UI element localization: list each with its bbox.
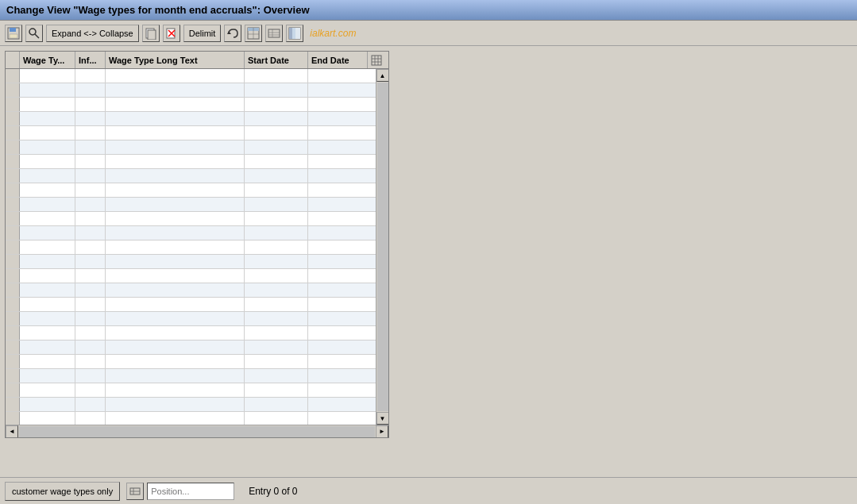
table-row[interactable] (6, 312, 376, 326)
cell-startdate[interactable] (245, 326, 308, 340)
cell-startdate[interactable] (245, 98, 308, 111)
cell-enddate[interactable] (308, 298, 368, 311)
table-row[interactable] (6, 126, 376, 140)
cell-longtext[interactable] (106, 255, 245, 268)
cell-wagety[interactable] (20, 98, 75, 111)
scroll-down-button[interactable]: ▼ (376, 412, 389, 425)
cell-enddate[interactable] (308, 112, 368, 125)
cell-longtext[interactable] (106, 183, 245, 197)
position-input[interactable] (147, 483, 234, 500)
table-view-2-button[interactable] (265, 25, 283, 42)
cell-enddate[interactable] (308, 69, 368, 83)
cell-longtext[interactable] (106, 155, 245, 168)
cell-enddate[interactable] (308, 226, 368, 240)
copy-row-button[interactable] (142, 25, 160, 42)
cell-wagety[interactable] (20, 383, 75, 397)
cell-startdate[interactable] (245, 369, 308, 383)
cell-startdate[interactable] (245, 212, 308, 225)
cell-wagety[interactable] (20, 412, 75, 425)
cell-enddate[interactable] (308, 340, 368, 354)
cell-inf[interactable] (75, 140, 106, 154)
table-row[interactable] (6, 226, 376, 240)
table-row[interactable] (6, 69, 376, 83)
cell-startdate[interactable] (245, 383, 308, 397)
cell-inf[interactable] (75, 169, 106, 183)
col-header-inf[interactable]: Inf... (75, 52, 106, 68)
cell-startdate[interactable] (245, 412, 308, 425)
cell-inf[interactable] (75, 155, 106, 168)
cell-longtext[interactable] (106, 140, 245, 154)
cell-longtext[interactable] (106, 169, 245, 183)
cell-startdate[interactable] (245, 240, 308, 254)
cell-enddate[interactable] (308, 169, 368, 183)
col-header-wagety[interactable]: Wage Ty... (20, 52, 75, 68)
cell-wagety[interactable] (20, 240, 75, 254)
cell-inf[interactable] (75, 369, 106, 383)
col-header-startdate[interactable]: Start Date (245, 52, 308, 68)
cell-enddate[interactable] (308, 183, 368, 197)
cell-enddate[interactable] (308, 126, 368, 140)
cell-inf[interactable] (75, 212, 106, 225)
h-scroll-track[interactable] (19, 426, 375, 437)
cell-wagety[interactable] (20, 198, 75, 211)
cell-startdate[interactable] (245, 226, 308, 240)
cell-wagety[interactable] (20, 398, 75, 411)
table-row[interactable] (6, 112, 376, 126)
cell-startdate[interactable] (245, 140, 308, 154)
table-row[interactable] (6, 283, 376, 298)
cell-enddate[interactable] (308, 240, 368, 254)
cell-startdate[interactable] (245, 183, 308, 197)
cell-inf[interactable] (75, 283, 106, 297)
table-row[interactable] (6, 340, 376, 355)
cell-longtext[interactable] (106, 269, 245, 283)
cell-startdate[interactable] (245, 112, 308, 125)
cell-enddate[interactable] (308, 326, 368, 340)
table-row[interactable] (6, 269, 376, 283)
cell-startdate[interactable] (245, 69, 308, 83)
table-row[interactable] (6, 155, 376, 169)
cell-wagety[interactable] (20, 126, 75, 140)
scroll-right-button[interactable]: ► (376, 425, 388, 438)
cell-longtext[interactable] (106, 126, 245, 140)
table-row[interactable] (6, 212, 376, 226)
cell-inf[interactable] (75, 412, 106, 425)
cell-startdate[interactable] (245, 155, 308, 168)
cell-inf[interactable] (75, 183, 106, 197)
cell-longtext[interactable] (106, 412, 245, 425)
cell-inf[interactable] (75, 312, 106, 325)
customer-wage-types-button[interactable]: customer wage types only (5, 482, 120, 501)
table-row[interactable] (6, 398, 376, 412)
table-row[interactable] (6, 140, 376, 155)
cell-wagety[interactable] (20, 283, 75, 297)
cell-longtext[interactable] (106, 369, 245, 383)
cell-wagety[interactable] (20, 326, 75, 340)
cell-wagety[interactable] (20, 112, 75, 125)
cell-inf[interactable] (75, 198, 106, 211)
table-row[interactable] (6, 98, 376, 112)
cell-enddate[interactable] (308, 155, 368, 168)
cell-inf[interactable] (75, 255, 106, 268)
cell-longtext[interactable] (106, 398, 245, 411)
cell-startdate[interactable] (245, 340, 308, 354)
cell-longtext[interactable] (106, 355, 245, 368)
cell-longtext[interactable] (106, 98, 245, 111)
scroll-up-button[interactable]: ▲ (376, 69, 389, 82)
cell-startdate[interactable] (245, 198, 308, 211)
cell-inf[interactable] (75, 326, 106, 340)
delimit-button[interactable]: Delimit (183, 25, 222, 42)
cell-wagety[interactable] (20, 83, 75, 97)
cell-enddate[interactable] (308, 255, 368, 268)
cell-longtext[interactable] (106, 198, 245, 211)
cell-startdate[interactable] (245, 398, 308, 411)
table-view-1-button[interactable] (245, 25, 262, 42)
table-row[interactable] (6, 326, 376, 340)
cell-inf[interactable] (75, 98, 106, 111)
save-button[interactable] (5, 25, 22, 42)
undo-button[interactable] (224, 25, 241, 42)
cell-startdate[interactable] (245, 255, 308, 268)
scroll-track[interactable] (377, 83, 388, 411)
table-row[interactable] (6, 298, 376, 312)
cell-startdate[interactable] (245, 126, 308, 140)
cell-longtext[interactable] (106, 69, 245, 83)
cell-inf[interactable] (75, 340, 106, 354)
